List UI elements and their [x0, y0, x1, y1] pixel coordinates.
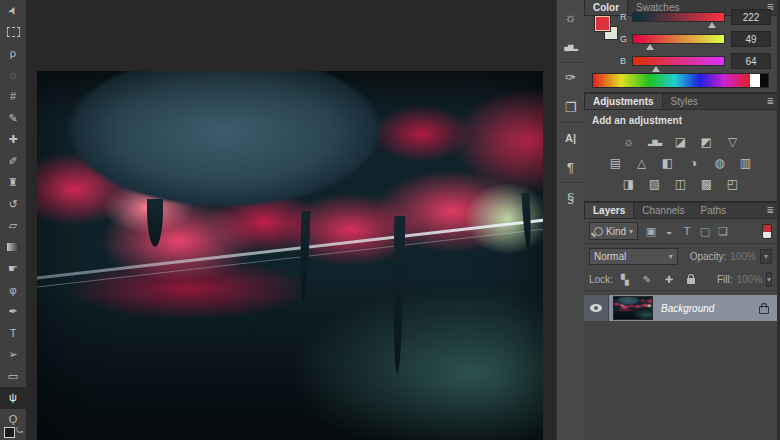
curves-adjustment[interactable]: ◪: [672, 134, 689, 149]
clone-stamp-tool[interactable]: ♜: [0, 172, 26, 194]
slider-track[interactable]: [632, 12, 725, 22]
histogram-dock-icon[interactable]: ▄▆▂: [557, 32, 584, 62]
layer-lock-icon: [759, 302, 769, 314]
tab-channels[interactable]: Channels: [634, 203, 692, 218]
rectangular-marquee-tool[interactable]: [0, 22, 26, 44]
panel-menu-icon[interactable]: ≣: [766, 96, 774, 106]
lasso-tool[interactable]: ρ: [0, 43, 26, 65]
add-adjustment-heading: Add an adjustment: [584, 110, 777, 128]
lock-paint-button[interactable]: ✎: [639, 271, 655, 287]
character-styles-dock-icon[interactable]: §: [557, 182, 584, 212]
layer-visibility-toggle[interactable]: [584, 295, 609, 321]
lock-transparency-button[interactable]: ▚: [617, 271, 633, 287]
adjustments-panel-tabbar: Adjustments Styles ≣: [584, 94, 777, 110]
slider-handle[interactable]: [708, 18, 716, 28]
lock-position-button[interactable]: ✚: [661, 271, 677, 287]
channel-value-field[interactable]: 49: [731, 31, 771, 47]
filter-smart-objects-button[interactable]: ❏: [714, 223, 732, 239]
slider-track[interactable]: [632, 34, 725, 44]
crop-tool[interactable]: #: [0, 86, 26, 108]
layer-filter-row: Kind ▾ ▣◒T▢❏: [584, 219, 777, 244]
document-image[interactable]: [37, 71, 543, 440]
eye-icon: [590, 304, 602, 312]
black-white-adjustment[interactable]: ◧: [659, 155, 676, 170]
threshold-adjustment[interactable]: ◫: [672, 176, 689, 191]
vibrance-adjustment[interactable]: ▽: [724, 134, 741, 149]
character-panel-dock-icon[interactable]: A|: [557, 122, 584, 152]
canvas-area[interactable]: [26, 0, 556, 440]
layers-list-empty-area[interactable]: [584, 321, 777, 440]
tool-bar: ➤ρ◌#✎✚✐♜↺▱☛φ✒T➢▭ψǪ: [0, 0, 27, 440]
fill-dropdown-button[interactable]: ▾: [766, 272, 772, 287]
move-tool[interactable]: ➤: [0, 0, 26, 22]
hand-tool[interactable]: ψ: [0, 387, 26, 409]
history-brush-tool[interactable]: ↺: [0, 194, 26, 216]
slider-handle[interactable]: [652, 62, 660, 72]
rgb-sliders: R 222 G 49 B: [620, 6, 771, 72]
tab-styles[interactable]: Styles: [663, 94, 706, 109]
adjustments-panel: Adjustments Styles ≣ Add an adjustment ☼…: [584, 94, 777, 203]
photo-filter-adjustment[interactable]: ◑: [685, 155, 702, 170]
foreground-color-swatch[interactable]: [595, 16, 610, 31]
pen-tool[interactable]: ✒: [0, 301, 26, 323]
posterize-adjustment[interactable]: ▨: [646, 176, 663, 191]
gradient-map-adjustment[interactable]: ▩: [698, 176, 715, 191]
channel-value-field[interactable]: 222: [731, 9, 771, 25]
path-selection-tool[interactable]: ➢: [0, 344, 26, 366]
opacity-dropdown-button[interactable]: ▾: [760, 249, 772, 264]
eyedropper-tool[interactable]: ✎: [0, 108, 26, 130]
eraser-tool[interactable]: ▱: [0, 215, 26, 237]
selective-color-adjustment[interactable]: ◰: [724, 176, 741, 191]
spot-healing-brush-tool[interactable]: ✚: [0, 129, 26, 151]
quick-selection-tool[interactable]: ◌: [0, 65, 26, 87]
tab-layers[interactable]: Layers: [584, 202, 634, 218]
padlock-icon: [687, 278, 695, 284]
hue-saturation-adjustment[interactable]: ▤: [607, 155, 624, 170]
foreground-color-swatch[interactable]: [4, 427, 15, 438]
clone-source-dock-icon[interactable]: ❐: [557, 92, 584, 122]
brightness-contrast-adjustment[interactable]: ☼: [620, 134, 637, 149]
opacity-value[interactable]: 100%: [730, 251, 756, 262]
invert-adjustment[interactable]: ◨: [620, 176, 637, 191]
brush-tool[interactable]: ✐: [0, 151, 26, 173]
tab-adjustments[interactable]: Adjustments: [584, 93, 663, 109]
layer-row-background[interactable]: Background: [584, 295, 777, 321]
gradient-tool[interactable]: [0, 237, 26, 259]
channel-value-field[interactable]: 64: [731, 53, 771, 69]
smudge-tool[interactable]: ☛: [0, 258, 26, 280]
channel-label: G: [620, 34, 630, 44]
blend-mode-dropdown[interactable]: Normal ▾: [589, 248, 678, 265]
color-lookup-adjustment[interactable]: ▥: [737, 155, 754, 170]
color-balance-adjustment[interactable]: △: [633, 155, 650, 170]
lock-all-button[interactable]: [683, 271, 699, 287]
foreground-background-swatches: [595, 16, 621, 42]
slider-track[interactable]: [632, 56, 725, 66]
filter-shape-layers-button[interactable]: ▢: [696, 223, 714, 239]
layer-thumbnail[interactable]: [613, 296, 653, 320]
water-drip: [298, 211, 310, 303]
levels-adjustment[interactable]: ▂▆▃: [646, 134, 663, 149]
type-tool[interactable]: T: [0, 323, 26, 345]
lock-row: Lock: ▚ ✎ ✚: [584, 268, 777, 291]
color-spectrum-ramp[interactable]: [592, 73, 769, 88]
swap-colors-icon[interactable]: ⤿: [16, 426, 23, 436]
filter-adjustment-layers-button[interactable]: ◒: [660, 223, 678, 239]
glass-bowl-rim-reflection: [37, 226, 543, 288]
filter-pixel-layers-button[interactable]: ▣: [642, 223, 660, 239]
kind-filter-dropdown[interactable]: Kind ▾: [589, 222, 638, 240]
slider-handle[interactable]: [646, 40, 654, 50]
photoshop-window: ➤ρ◌#✎✚✐♜↺▱☛φ✒T➢▭ψǪ ⤿ ☼▄▆▂✑❐A|¶§ Color Sw…: [0, 0, 780, 440]
channel-mixer-adjustment[interactable]: ◍: [711, 155, 728, 170]
red-slider: R 222: [620, 6, 771, 28]
exposure-adjustment[interactable]: ◩: [698, 134, 715, 149]
fill-value[interactable]: 100%: [736, 274, 762, 285]
tab-paths[interactable]: Paths: [693, 203, 735, 218]
layer-filter-toggle[interactable]: [762, 224, 772, 239]
rectangle-tool[interactable]: ▭: [0, 366, 26, 388]
paragraph-panel-dock-icon[interactable]: ¶: [557, 152, 584, 182]
filter-type-layers-button[interactable]: T: [678, 223, 696, 239]
brush-presets-dock-icon[interactable]: ✑: [557, 62, 584, 92]
adjustments-dock-icon[interactable]: ☼: [557, 2, 584, 32]
panel-menu-icon[interactable]: ≣: [766, 205, 774, 215]
dodge-tool[interactable]: φ: [0, 280, 26, 302]
